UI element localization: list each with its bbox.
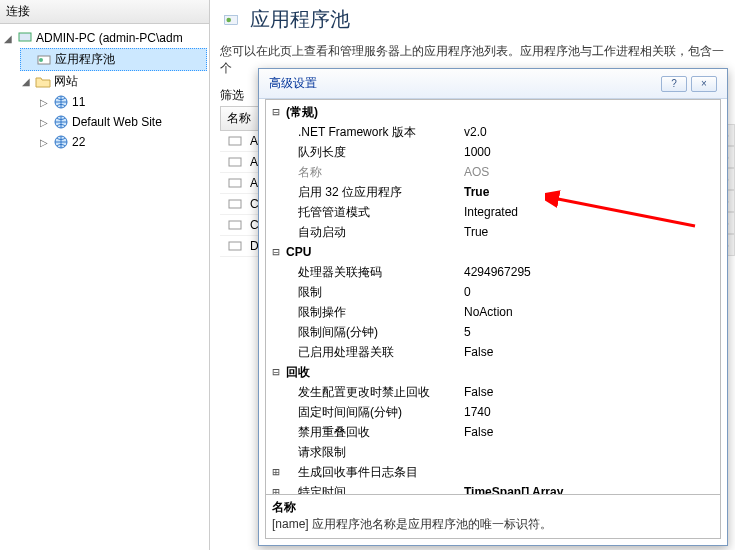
- row-label: A: [250, 176, 258, 190]
- description-text: [name] 应用程序池名称是应用程序池的唯一标识符。: [272, 516, 714, 533]
- help-button[interactable]: ?: [661, 76, 687, 92]
- svg-rect-0: [19, 33, 31, 41]
- apppool-icon: [227, 154, 243, 170]
- page-title: 应用程序池: [250, 6, 350, 33]
- tree: ◢ ADMIN-PC (admin-PC\adm 应用程序池 ◢ 网站 ▷11▷…: [0, 24, 209, 156]
- row-label: A: [250, 134, 258, 148]
- expand-icon[interactable]: ⊞: [268, 482, 284, 494]
- tree-label: 网站: [54, 73, 78, 90]
- prop-gen-events[interactable]: ⊞生成回收事件日志条目: [268, 462, 718, 482]
- filter-label: 筛选: [220, 87, 244, 104]
- prop-affinity-mask[interactable]: 处理器关联掩码4294967295: [268, 262, 718, 282]
- dialog-titlebar[interactable]: 高级设置 ? ×: [259, 69, 727, 99]
- tree-label: ADMIN-PC (admin-PC\adm: [36, 31, 183, 45]
- property-grid[interactable]: ⊟(常规) .NET Framework 版本v2.0 队列长度1000 名称A…: [266, 100, 720, 494]
- prop-name[interactable]: 名称AOS: [268, 162, 718, 182]
- collapse-icon[interactable]: ◢: [2, 33, 14, 44]
- tree-label: 22: [72, 135, 85, 149]
- apppool-icon: [227, 238, 243, 254]
- prop-specific-times[interactable]: ⊞特定时间TimeSpan[] Array: [268, 482, 718, 494]
- description-title: 名称: [272, 499, 714, 516]
- category-general[interactable]: (常规): [284, 102, 464, 122]
- tree-site-node[interactable]: ▷11: [38, 92, 207, 112]
- expand-icon[interactable]: ▷: [38, 117, 50, 128]
- prop-request-limit[interactable]: 请求限制: [268, 442, 718, 462]
- apppool-icon: [36, 52, 52, 68]
- dialog-body: ⊟(常规) .NET Framework 版本v2.0 队列长度1000 名称A…: [265, 99, 721, 539]
- prop-limit-action[interactable]: 限制操作NoAction: [268, 302, 718, 322]
- apppool-icon: [227, 175, 243, 191]
- description-pane: 名称 [name] 应用程序池名称是应用程序池的唯一标识符。: [266, 494, 720, 538]
- folder-icon: [35, 74, 51, 90]
- prop-disallow-rotation[interactable]: 禁用重叠回收False: [268, 422, 718, 442]
- prop-netfx[interactable]: .NET Framework 版本v2.0: [268, 122, 718, 142]
- prop-enable-32bit[interactable]: 启用 32 位应用程序True: [268, 182, 718, 202]
- svg-rect-10: [229, 179, 241, 187]
- connections-header: 连接: [0, 0, 209, 24]
- category-recycle[interactable]: 回收: [284, 362, 464, 382]
- collapse-icon[interactable]: ⊟: [268, 242, 284, 262]
- expand-icon[interactable]: ⊞: [268, 462, 284, 482]
- apppool-large-icon: [223, 12, 239, 28]
- prop-affinity-enabled[interactable]: 已启用处理器关联False: [268, 342, 718, 362]
- apppool-icon: [227, 196, 243, 212]
- dialog-title: 高级设置: [269, 75, 657, 92]
- svg-point-2: [39, 58, 43, 62]
- svg-rect-8: [229, 137, 241, 145]
- advanced-settings-dialog: 高级设置 ? × ⊟(常规) .NET Framework 版本v2.0 队列长…: [258, 68, 728, 546]
- globe-icon: [53, 94, 69, 110]
- tree-site-node[interactable]: ▷22: [38, 132, 207, 152]
- globe-icon: [53, 114, 69, 130]
- prop-auto-start[interactable]: 自动启动True: [268, 222, 718, 242]
- prop-pipeline-mode[interactable]: 托管管道模式Integrated: [268, 202, 718, 222]
- prop-disallow-overlap[interactable]: 发生配置更改时禁止回收False: [268, 382, 718, 402]
- tree-app-pools[interactable]: 应用程序池: [20, 48, 207, 71]
- prop-limit-interval[interactable]: 限制间隔(分钟)5: [268, 322, 718, 342]
- category-cpu[interactable]: CPU: [284, 242, 464, 262]
- svg-rect-13: [229, 242, 241, 250]
- row-label: A: [250, 155, 258, 169]
- globe-icon: [53, 134, 69, 150]
- svg-point-7: [226, 17, 231, 22]
- collapse-icon[interactable]: ⊟: [268, 362, 284, 382]
- expand-icon[interactable]: ▷: [38, 97, 50, 108]
- tree-server-node[interactable]: ◢ ADMIN-PC (admin-PC\adm: [2, 28, 207, 48]
- tree-label: 应用程序池: [55, 51, 115, 68]
- close-button[interactable]: ×: [691, 76, 717, 92]
- tree-label: 11: [72, 95, 85, 109]
- prop-regular-interval[interactable]: 固定时间间隔(分钟)1740: [268, 402, 718, 422]
- svg-rect-9: [229, 158, 241, 166]
- svg-rect-11: [229, 200, 241, 208]
- connections-panel: 连接 ◢ ADMIN-PC (admin-PC\adm 应用程序池 ◢ 网站 ▷…: [0, 0, 210, 550]
- prop-limit[interactable]: 限制0: [268, 282, 718, 302]
- apppool-icon: [227, 133, 243, 149]
- apppool-icon: [227, 217, 243, 233]
- tree-sites-node[interactable]: ◢ 网站: [20, 71, 207, 92]
- tree-site-node[interactable]: ▷Default Web Site: [38, 112, 207, 132]
- collapse-icon[interactable]: ⊟: [268, 102, 284, 122]
- collapse-icon[interactable]: ◢: [20, 76, 32, 87]
- tree-label: Default Web Site: [72, 115, 162, 129]
- expand-icon[interactable]: ▷: [38, 137, 50, 148]
- svg-rect-12: [229, 221, 241, 229]
- server-icon: [17, 30, 33, 46]
- prop-queue-length[interactable]: 队列长度1000: [268, 142, 718, 162]
